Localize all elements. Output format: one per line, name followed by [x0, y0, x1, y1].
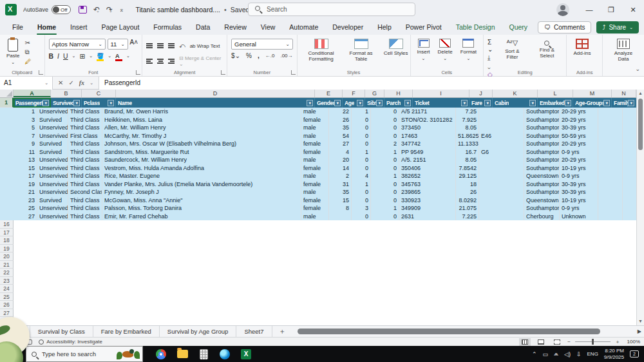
column-header-B[interactable]: B — [51, 90, 82, 97]
cell[interactable]: 4 — [329, 148, 352, 157]
filter-dropdown-icon[interactable]: ▾ — [334, 100, 341, 106]
cell[interactable]: 35 — [329, 188, 352, 196]
format-cells-button[interactable]: Format⌄ — [458, 37, 479, 68]
cell[interactable]: 10-19 yrs — [560, 196, 598, 205]
cell[interactable]: Vestrom, Miss. Hulda Amanda Adolfina — [102, 164, 301, 173]
cell[interactable]: 21.075 — [456, 204, 479, 213]
cell[interactable]: Survived — [37, 148, 68, 157]
align-middle-icon[interactable] — [157, 43, 164, 48]
font-dialog-launcher[interactable] — [136, 70, 140, 75]
cell[interactable]: Southampton — [524, 148, 560, 157]
comments-button[interactable]: 🗨Comments — [538, 21, 591, 33]
ribbon-tab-power-pivot[interactable]: Power Pivot — [399, 21, 449, 35]
search-box[interactable]: Search — [248, 3, 415, 16]
cell[interactable]: 0 — [371, 156, 399, 164]
cut-button[interactable]: ✂ — [24, 39, 31, 46]
header-cell-name[interactable]: Name▾ — [116, 98, 315, 108]
cell[interactable]: 330923 — [399, 196, 456, 205]
cell[interactable]: 0 — [371, 180, 399, 189]
cell[interactable]: 0 — [352, 132, 371, 140]
cell[interactable]: 16.7 — [456, 148, 479, 157]
cell[interactable]: G6 — [479, 148, 524, 157]
filter-dropdown-icon[interactable]: ▾ — [484, 100, 491, 106]
row-number-24[interactable]: 24 — [0, 285, 14, 293]
cell[interactable]: 30-39 yrs — [560, 180, 598, 189]
cell[interactable] — [598, 116, 623, 124]
cell[interactable] — [598, 148, 623, 157]
ribbon-tab-developer[interactable]: Developer — [325, 21, 370, 35]
cell[interactable]: 51.8625 — [456, 132, 479, 140]
header-cell-age[interactable]: Age▾ — [343, 98, 365, 108]
collapse-ribbon-button[interactable]: ⌄ — [635, 66, 640, 72]
cell[interactable]: McGowan, Miss. Anna "Annie" — [102, 196, 301, 205]
cell[interactable] — [479, 116, 524, 124]
italic-button[interactable]: I — [57, 52, 59, 60]
decrease-decimal-button[interactable]: .00→ — [280, 53, 292, 59]
cell[interactable]: 7.25 — [456, 108, 479, 116]
cell[interactable] — [598, 124, 623, 132]
copy-button[interactable]: ⧉ — [24, 48, 31, 56]
cell[interactable] — [479, 204, 524, 213]
cell[interactable]: E46 — [479, 132, 524, 140]
cell[interactable]: 8 — [329, 204, 352, 213]
cell[interactable]: 347742 — [399, 140, 456, 148]
cell[interactable]: female — [301, 148, 329, 157]
cell[interactable]: 20-29 yrs — [560, 156, 598, 164]
cell[interactable]: 1 — [371, 148, 399, 157]
cell[interactable]: Third Class — [68, 180, 102, 189]
cell[interactable] — [598, 164, 623, 173]
cell[interactable] — [479, 188, 524, 196]
filter-dropdown-icon[interactable]: ▾ — [43, 100, 49, 106]
align-left-icon[interactable] — [146, 59, 153, 64]
notification-center-icon[interactable]: 2 — [630, 350, 639, 357]
cell[interactable]: 0 — [371, 108, 399, 116]
cell[interactable]: 0 — [352, 188, 371, 196]
bold-button[interactable]: B — [49, 52, 54, 60]
cell[interactable]: 1 — [371, 204, 399, 213]
cell[interactable]: 0 — [371, 213, 399, 221]
cell[interactable]: 4 — [352, 172, 371, 180]
cell[interactable]: 5 — [0, 124, 37, 132]
zoom-slider-handle[interactable] — [592, 339, 594, 345]
sheet-tab-survival-by-age-group[interactable]: Survival by Age Group — [160, 326, 237, 338]
header-cell-sibsp[interactable]: SibSp▾ — [365, 98, 384, 108]
filter-dropdown-icon[interactable]: ▾ — [357, 100, 363, 106]
cell[interactable]: female — [301, 204, 329, 213]
cell[interactable] — [598, 108, 623, 116]
cell[interactable]: 2631 — [399, 213, 456, 221]
cell[interactable]: Queenstown — [524, 172, 560, 180]
cell[interactable]: 0 — [352, 140, 371, 148]
cell[interactable] — [598, 172, 623, 180]
share-button[interactable]: ⤴Share⌄ — [596, 21, 639, 33]
cell[interactable]: Southampton — [524, 140, 560, 148]
enter-icon[interactable]: ✓ — [68, 79, 73, 86]
cell[interactable]: A/5. 2151 — [399, 156, 456, 164]
insert-cells-button[interactable]: Insert⌄ — [415, 37, 433, 68]
cell[interactable] — [329, 213, 352, 221]
column-header-K[interactable]: K — [493, 90, 538, 97]
row-number-16[interactable]: 16 — [0, 220, 14, 229]
accounting-format-button[interactable]: $⌄ — [231, 52, 240, 59]
cell[interactable]: 14 — [329, 164, 352, 173]
cell[interactable]: Unservived — [37, 180, 68, 189]
cell[interactable]: Southampton — [524, 180, 560, 189]
cell[interactable] — [479, 156, 524, 164]
ribbon-tab-review[interactable]: Review — [217, 21, 253, 35]
header-cell-passengerid[interactable]: PassengerId▾ — [14, 98, 51, 108]
row-number-25[interactable]: 25 — [0, 293, 14, 301]
page-break-view-button[interactable] — [551, 338, 563, 346]
font-color-button[interactable]: A — [115, 53, 122, 60]
row-number-21[interactable]: 21 — [0, 261, 14, 269]
cell[interactable]: 21 — [0, 188, 37, 196]
scroll-up-icon[interactable]: ▲ — [637, 90, 644, 97]
cell[interactable]: 349909 — [399, 204, 456, 213]
row-number-22[interactable]: 22 — [0, 269, 14, 277]
select-all-corner[interactable] — [0, 90, 14, 97]
wifi-icon[interactable]: ⩕ — [554, 350, 558, 357]
horizontal-scrollbar[interactable]: ▶ — [292, 326, 644, 338]
cell[interactable]: 22 — [329, 108, 352, 116]
cell[interactable] — [598, 213, 623, 221]
cell[interactable] — [598, 132, 623, 140]
cell[interactable]: 26 — [329, 116, 352, 124]
accessibility-status[interactable]: Accessibility: Investigate — [39, 339, 102, 345]
